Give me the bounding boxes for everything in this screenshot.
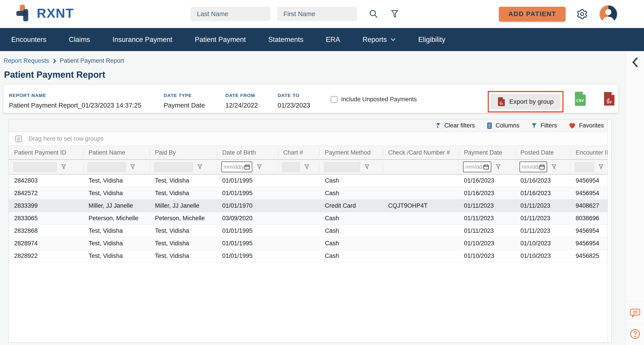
collapse-panel-chevron-icon[interactable] — [630, 57, 640, 67]
include-unposted-checkbox[interactable] — [331, 96, 338, 103]
nav-item-claims[interactable]: Claims — [58, 28, 101, 51]
clear-filters-label: Clear filters — [444, 122, 475, 129]
advanced-filter-icon[interactable] — [390, 9, 399, 18]
export-csv-icon[interactable]: CSV — [574, 91, 586, 107]
column-header-payment-method[interactable]: Payment Method — [320, 146, 383, 159]
cell-encounter-id: 9456954 — [570, 225, 608, 237]
export-by-group-button[interactable]: Export by group — [490, 94, 560, 110]
last-name-input[interactable] — [190, 7, 270, 21]
date-type-value: Payment Date — [164, 102, 205, 109]
filter-input-payment-method[interactable] — [324, 162, 360, 172]
funnel-solid-icon — [531, 122, 537, 129]
nav-item-eligibility[interactable]: Eligibility — [407, 28, 456, 51]
support-icons — [626, 301, 644, 340]
user-avatar[interactable] — [599, 4, 618, 24]
grid-header-row: Patient Payment IDPatient NamePaid ByDat… — [9, 146, 612, 160]
nav-item-statements[interactable]: Statements — [257, 28, 314, 51]
clear-filters-button[interactable]: Clear filters — [434, 122, 475, 129]
grid-rows: 2842803Test, VidishaTest, Vidisha01/01/1… — [9, 175, 612, 343]
table-row[interactable]: 2828922Test, VidishaTest, Vidisha01/01/1… — [9, 250, 608, 262]
add-patient-button[interactable]: ADD PATIENT — [499, 7, 566, 21]
chat-bubble-icon[interactable] — [630, 308, 641, 318]
report-info-panel: REPORT NAME Patient Payment Report_01/23… — [3, 85, 618, 113]
nav-item-insurance-payment[interactable]: Insurance Payment — [101, 28, 184, 51]
column-header-check-card-number[interactable]: Check /Card Number # — [383, 146, 458, 159]
date-filter-input-posted-date[interactable]: mm/dd/yyyy — [520, 162, 547, 172]
cell-payment-method: Credit Card — [320, 200, 383, 212]
column-header-paid-by[interactable]: Paid By — [150, 146, 217, 159]
first-name-input[interactable] — [277, 7, 357, 21]
cell-chart — [278, 212, 320, 225]
settings-gear-icon[interactable] — [576, 8, 588, 20]
column-header-patient-name[interactable]: Patient Name — [83, 146, 150, 159]
nav-item-label: Encounters — [11, 36, 46, 44]
app-root: RXNT ADD PATIENT — [0, 0, 644, 345]
cell-patient-name: Test, Vidisha — [83, 175, 150, 187]
table-row[interactable]: 2842803Test, VidishaTest, Vidisha01/01/1… — [9, 175, 608, 187]
filters-button[interactable]: Filters — [531, 122, 557, 129]
table-row[interactable]: 2842572Test, VidishaTest, Vidisha01/01/1… — [9, 187, 608, 200]
table-row[interactable]: 2828974Test, VidishaTest, Vidisha01/01/1… — [9, 237, 608, 250]
patient-search — [190, 7, 399, 21]
filter-funnel-icon[interactable] — [130, 164, 136, 170]
row-group-dropzone[interactable]: Drag here to set row groups — [9, 132, 612, 146]
cell-paid-by: Test, Vidisha — [150, 250, 217, 262]
calendar-icon[interactable] — [539, 164, 545, 170]
column-header-payment-date[interactable]: Payment Date — [458, 146, 515, 159]
cell-payment-method: Cash — [320, 250, 383, 262]
help-question-icon[interactable] — [630, 329, 640, 340]
filter-funnel-icon[interactable] — [551, 164, 557, 170]
cell-encounter-id: 9456954 — [570, 175, 608, 187]
table-row[interactable]: 2832868Test, VidishaTest, Vidisha01/01/1… — [9, 225, 608, 237]
breadcrumb-link-report-requests[interactable]: Report Requests — [4, 57, 49, 64]
columns-button[interactable]: Columns — [486, 122, 520, 129]
filter-funnel-icon[interactable] — [197, 164, 203, 170]
filter-funnel-icon[interactable] — [256, 164, 262, 170]
column-header-date-of-birth[interactable]: Date of Birth — [217, 146, 278, 159]
nav-item-encounters[interactable]: Encounters — [0, 28, 58, 51]
vertical-scrollbar[interactable] — [608, 119, 612, 343]
cell-payment-method: Cash — [320, 225, 383, 237]
export-pdf-icon[interactable] — [604, 91, 615, 107]
filter-funnel-icon[interactable] — [364, 164, 370, 170]
date-filter-input-payment-date[interactable]: mm/dd/yyyy — [463, 162, 491, 172]
filter-funnel-icon[interactable] — [304, 164, 310, 170]
nav-item-patient-payment[interactable]: Patient Payment — [184, 28, 257, 51]
chevron-down-icon — [390, 38, 396, 41]
filter-input-encounter-id[interactable] — [575, 162, 594, 172]
filter-funnel-icon[interactable] — [61, 164, 66, 170]
cell-check-card-number — [383, 175, 458, 187]
nav-item-label: Statements — [268, 36, 304, 44]
cell-paid-by: Test, Vidisha — [150, 225, 217, 237]
search-icon[interactable] — [369, 9, 378, 19]
main-nav: EncountersClaimsInsurance PaymentPatient… — [0, 28, 644, 51]
table-row[interactable]: 2833065Peterson, MichellePeterson, Miche… — [9, 212, 608, 225]
filter-funnel-icon[interactable] — [495, 164, 501, 170]
table-row[interactable]: 2833399Miller, JJ JanelleMiller, JJ Jane… — [9, 200, 608, 212]
nav-item-reports[interactable]: Reports — [351, 28, 407, 51]
column-header-patient-payment-id[interactable]: Patient Payment ID — [9, 146, 83, 159]
report-data-grid: Clear filters Columns Filters — [8, 119, 612, 343]
calendar-icon[interactable] — [483, 164, 489, 170]
column-header-encounter-id[interactable]: Encounter ID — [570, 146, 608, 159]
nav-item-label: Eligibility — [418, 36, 445, 44]
rxnt-logo[interactable]: RXNT — [16, 4, 74, 22]
calendar-icon[interactable] — [244, 164, 250, 170]
nav-item-era[interactable]: ERA — [314, 28, 351, 51]
filter-input-paid-by[interactable] — [154, 162, 193, 172]
cell-date-of-birth: 01/01/1995 — [217, 237, 278, 250]
filter-input-patient-payment-id[interactable] — [13, 162, 57, 172]
breadcrumb: Report Requests Patient Payment Report — [4, 57, 626, 64]
date-filter-input-date-of-birth[interactable]: mm/dd/yyyy — [221, 162, 252, 172]
filter-input-patient-name[interactable] — [88, 162, 126, 172]
cell-patient-name: Test, Vidisha — [83, 225, 150, 237]
column-header-posted-date[interactable]: Posted Date — [515, 146, 570, 159]
date-placeholder: mm/dd/yyyy — [224, 164, 244, 170]
filter-cell-payment-date: mm/dd/yyyy — [458, 160, 515, 174]
filter-input-chart[interactable] — [282, 162, 300, 172]
filter-funnel-icon[interactable] — [598, 164, 604, 170]
cell-chart — [278, 225, 320, 237]
column-header-chart[interactable]: Chart # — [278, 146, 320, 159]
favorites-button[interactable]: Favorites — [569, 122, 604, 129]
cell-date-of-birth: 01/01/1995 — [217, 250, 278, 262]
